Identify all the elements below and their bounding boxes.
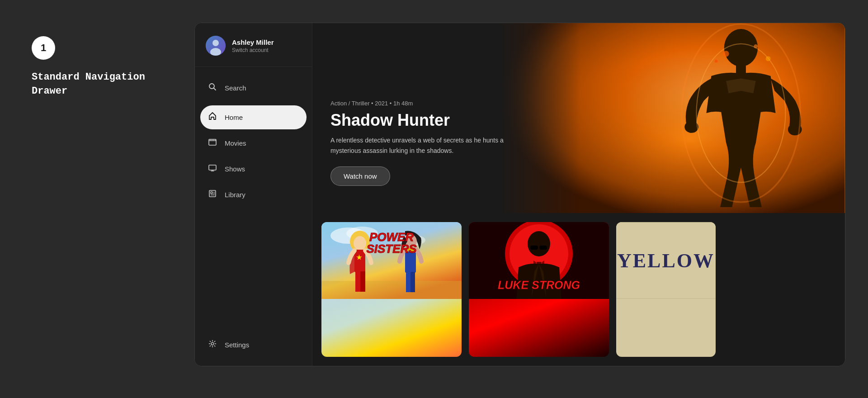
sidebar-item-shows[interactable]: Shows (200, 157, 307, 181)
content-card-luke-strong[interactable]: LUKE STRONG (469, 222, 609, 357)
svg-rect-54 (530, 246, 538, 250)
content-row: ★ (312, 213, 845, 366)
svg-rect-41 (360, 271, 365, 292)
svg-text:YELLOW: YELLOW (617, 250, 715, 272)
svg-rect-36 (321, 281, 462, 299)
svg-rect-15 (211, 192, 212, 194)
hero-info: Action / Thriller • 2021 • 1h 48m Shadow… (330, 100, 529, 186)
movies-icon (208, 137, 217, 149)
user-info: Ashley Miller Switch account (232, 38, 274, 53)
library-icon (208, 189, 217, 200)
svg-point-19 (211, 342, 214, 345)
sidebar-item-library[interactable]: Library (200, 183, 307, 207)
svg-point-38 (354, 236, 366, 251)
step-badge: 1 (32, 36, 55, 60)
sidebar-item-label: Library (225, 191, 245, 199)
svg-point-28 (723, 51, 729, 57)
hero-description: A relentless detective unravels a web of… (330, 135, 529, 156)
svg-point-31 (715, 60, 718, 63)
outer-container: 1 Standard Navigation Drawer (23, 23, 845, 375)
svg-rect-40 (355, 271, 360, 292)
svg-rect-55 (539, 246, 547, 250)
main-content: Action / Thriller • 2021 • 1h 48m Shadow… (312, 23, 845, 366)
app-window: Ashley Miller Switch account Search (194, 23, 845, 366)
svg-text:★: ★ (356, 254, 362, 261)
sidebar-item-label: Shows (225, 165, 245, 173)
svg-rect-39 (354, 250, 365, 272)
content-card-yellow[interactable]: YELLOW (616, 222, 716, 357)
svg-rect-60 (616, 222, 716, 223)
search-icon (208, 82, 217, 94)
svg-point-53 (528, 231, 550, 256)
nav-spacer (200, 208, 307, 331)
sidebar-item-label: Settings (225, 341, 249, 349)
switch-account-text: Switch account (232, 47, 274, 53)
svg-line-4 (214, 88, 216, 90)
sidebar-item-movies[interactable]: Movies (200, 131, 307, 155)
watch-now-button[interactable]: Watch now (330, 166, 390, 186)
svg-point-29 (754, 44, 758, 48)
sidebar-item-label: Home (225, 114, 243, 121)
svg-rect-57 (537, 262, 541, 264)
shows-icon (208, 163, 217, 175)
user-name: Ashley Miller (232, 38, 274, 46)
settings-icon (208, 339, 217, 351)
svg-point-22 (724, 29, 758, 66)
hero-title: Shadow Hunter (330, 111, 529, 129)
svg-rect-46 (406, 272, 410, 292)
left-label-area: 1 Standard Navigation Drawer (23, 23, 194, 112)
svg-rect-61 (616, 298, 716, 299)
svg-point-30 (766, 56, 771, 61)
sidebar-item-settings[interactable]: Settings (200, 333, 307, 357)
hero-image-background (499, 23, 845, 213)
svg-text:SISTERS: SISTERS (366, 242, 417, 256)
svg-rect-11 (209, 165, 216, 170)
avatar (206, 36, 226, 56)
svg-rect-56 (538, 247, 539, 248)
hero-meta: Action / Thriller • 2021 • 1h 48m (330, 100, 529, 107)
nav-drawer: Ashley Miller Switch account Search (195, 23, 312, 366)
home-icon (208, 112, 217, 123)
svg-point-1 (212, 40, 219, 46)
section-title: Standard Navigation Drawer (32, 71, 185, 99)
hero-section: Action / Thriller • 2021 • 1h 48m Shadow… (312, 23, 845, 213)
sidebar-item-home[interactable]: Home (200, 105, 307, 129)
content-card-power-sisters[interactable]: ★ (321, 222, 462, 357)
sidebar-item-label: Movies (225, 139, 246, 147)
sidebar-item-label: Search (225, 84, 246, 92)
nav-items-list: Search Home (195, 67, 312, 366)
sidebar-item-search[interactable]: Search (200, 76, 307, 100)
svg-point-24 (685, 121, 699, 133)
svg-text:LUKE STRONG: LUKE STRONG (498, 279, 580, 291)
user-profile[interactable]: Ashley Miller Switch account (195, 23, 312, 67)
svg-rect-47 (410, 272, 415, 292)
